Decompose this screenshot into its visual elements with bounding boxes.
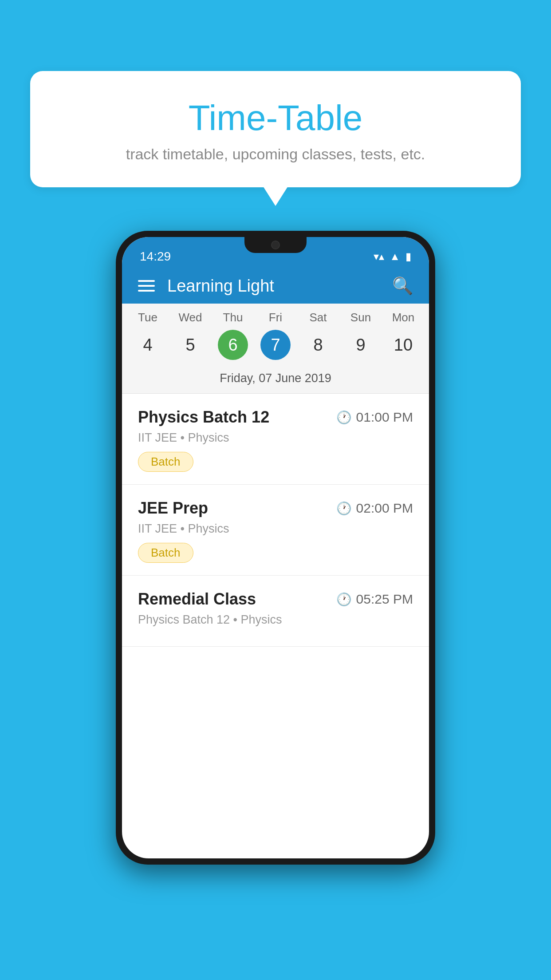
schedule-item[interactable]: JEE Prep 🕐 02:00 PM IIT JEE • Physics Ba… (122, 485, 429, 576)
speech-bubble-container: Time-Table track timetable, upcoming cla… (30, 71, 521, 187)
status-icons: ▾▴ ▲ ▮ (374, 250, 411, 263)
calendar-day-name: Sun (339, 311, 382, 324)
schedule-list: Physics Batch 12 🕐 01:00 PM IIT JEE • Ph… (122, 394, 429, 647)
calendar-day-name: Tue (126, 311, 169, 324)
search-icon[interactable]: 🔍 (392, 276, 413, 296)
batch-badge: Batch (138, 452, 193, 472)
calendar-day-number[interactable]: 8 (303, 330, 333, 360)
calendar-day-number[interactable]: 5 (175, 330, 205, 360)
selected-date-label: Friday, 07 June 2019 (122, 367, 429, 393)
calendar-day-number[interactable]: 6 (218, 330, 248, 360)
time-label: 05:25 PM (356, 592, 413, 607)
speech-bubble: Time-Table track timetable, upcoming cla… (30, 71, 521, 187)
calendar-day-number[interactable]: 7 (260, 330, 291, 360)
phone-camera (271, 241, 280, 249)
calendar-day-number[interactable]: 10 (388, 330, 418, 360)
status-time: 14:29 (140, 249, 171, 264)
schedule-item-header: Physics Batch 12 🕐 01:00 PM (138, 408, 413, 427)
bubble-subtitle: track timetable, upcoming classes, tests… (52, 146, 499, 163)
schedule-item[interactable]: Remedial Class 🕐 05:25 PM Physics Batch … (122, 576, 429, 647)
calendar-day-name: Thu (212, 311, 254, 324)
battery-icon: ▮ (405, 250, 411, 263)
schedule-item-header: Remedial Class 🕐 05:25 PM (138, 590, 413, 609)
schedule-item-subtitle: Physics Batch 12 • Physics (138, 613, 413, 627)
schedule-item-title: JEE Prep (138, 499, 208, 518)
calendar-day-number[interactable]: 4 (133, 330, 163, 360)
hamburger-menu-icon[interactable] (138, 280, 155, 292)
calendar-day-number[interactable]: 9 (346, 330, 376, 360)
day-numbers-row: 45678910 (122, 327, 429, 367)
phone-frame: 14:29 ▾▴ ▲ ▮ Learning Light 🔍 (116, 231, 435, 865)
day-names-row: TueWedThuFriSatSunMon (122, 304, 429, 327)
calendar-day-name: Mon (382, 311, 425, 324)
clock-icon: 🕐 (336, 410, 352, 425)
calendar-day-name: Fri (254, 311, 297, 324)
schedule-item-time: 🕐 02:00 PM (336, 501, 413, 516)
bubble-title: Time-Table (52, 98, 499, 138)
schedule-item-time: 🕐 01:00 PM (336, 410, 413, 425)
schedule-item-time: 🕐 05:25 PM (336, 592, 413, 607)
calendar-day-name: Sat (297, 311, 339, 324)
schedule-item-header: JEE Prep 🕐 02:00 PM (138, 499, 413, 518)
schedule-item-subtitle: IIT JEE • Physics (138, 522, 413, 536)
calendar-strip: TueWedThuFriSatSunMon 45678910 Friday, 0… (122, 304, 429, 394)
wifi-icon: ▾▴ (374, 250, 384, 263)
phone-screen: 14:29 ▾▴ ▲ ▮ Learning Light 🔍 (122, 237, 429, 858)
batch-badge: Batch (138, 543, 193, 563)
schedule-item-title: Remedial Class (138, 590, 256, 609)
app-bar: Learning Light 🔍 (122, 268, 429, 304)
phone-notch (244, 237, 307, 253)
clock-icon: 🕐 (336, 592, 352, 607)
schedule-item-subtitle: IIT JEE • Physics (138, 431, 413, 445)
schedule-item-title: Physics Batch 12 (138, 408, 269, 427)
schedule-item[interactable]: Physics Batch 12 🕐 01:00 PM IIT JEE • Ph… (122, 394, 429, 485)
calendar-day-name: Wed (169, 311, 212, 324)
clock-icon: 🕐 (336, 501, 352, 516)
time-label: 01:00 PM (356, 410, 413, 425)
time-label: 02:00 PM (356, 501, 413, 516)
signal-icon: ▲ (390, 250, 400, 263)
app-title: Learning Light (167, 277, 392, 296)
phone-mockup: 14:29 ▾▴ ▲ ▮ Learning Light 🔍 (116, 231, 435, 865)
